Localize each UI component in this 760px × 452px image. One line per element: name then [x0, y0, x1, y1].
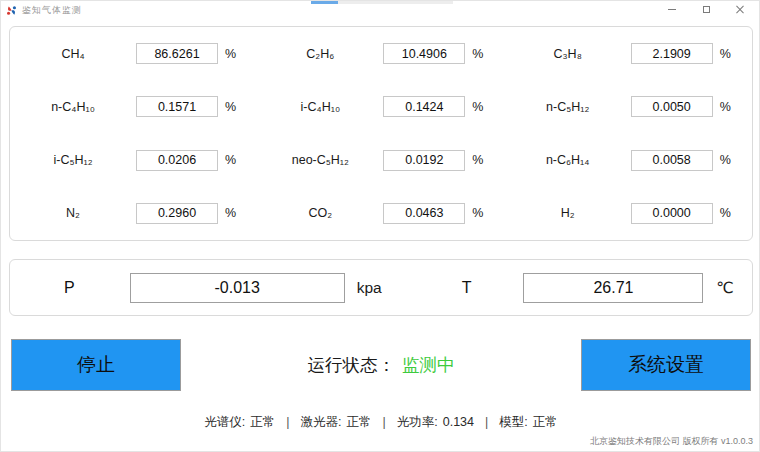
gas-reading-neo-c5h12: neo-C₅H₁₂ 0.0192 %: [257, 134, 504, 187]
gas-label: neo-C₅H₁₂: [257, 153, 383, 167]
gas-unit: %: [472, 47, 483, 61]
gas-unit: %: [225, 206, 236, 220]
gas-value-input[interactable]: 0.0050: [631, 96, 713, 117]
gas-reading-ch4: CH₄ 86.6261 %: [10, 27, 257, 80]
gas-value-input[interactable]: 0.0463: [383, 203, 465, 224]
status-separator: |: [382, 415, 385, 429]
status-label: 光功率:: [397, 415, 438, 429]
status-label: 激光器:: [301, 415, 342, 429]
gas-reading-n-c4h10: n-C₄H₁₀ 0.1571 %: [10, 80, 257, 133]
gas-label: n-C₅H₁₂: [505, 100, 631, 114]
gas-readings-panel: CH₄ 86.6261 % C₂H₆ 10.4906 % C₃H₈ 2.1909…: [9, 26, 753, 241]
pressure-temperature-panel: P -0.013 kpa T 26.71 ℃: [9, 259, 753, 316]
gas-value-input[interactable]: 0.0192: [383, 150, 465, 171]
status-label: 模型:: [499, 415, 527, 429]
window-controls: [655, 2, 757, 17]
status-laser: 激光器:正常: [301, 414, 372, 431]
maximize-icon: [703, 6, 710, 13]
gas-value-input[interactable]: 0.1424: [383, 96, 465, 117]
gas-value: 0.0206: [158, 153, 196, 167]
minimize-button[interactable]: [655, 2, 689, 17]
gas-label: CH₄: [10, 47, 136, 61]
gas-value: 0.0050: [653, 100, 691, 114]
window-title: 鉴知气体监测: [22, 4, 82, 17]
pressure-unit: kpa: [357, 279, 382, 297]
pressure-value: -0.013: [214, 279, 259, 297]
stop-button[interactable]: 停止: [11, 339, 181, 391]
gas-value: 86.6261: [154, 47, 199, 61]
temperature-label: T: [462, 279, 472, 297]
gas-value-input[interactable]: 10.4906: [383, 43, 465, 64]
gas-label: i-C₅H₁₂: [10, 153, 136, 167]
gas-value: 10.4906: [402, 47, 447, 61]
run-status: 运行状态： 监测中: [201, 339, 561, 391]
status-spectrometer: 光谱仪:正常: [204, 414, 275, 431]
gas-reading-h2: H₂ 0.0000 %: [505, 187, 752, 240]
gas-reading-c2h6: C₂H₆ 10.4906 %: [257, 27, 504, 80]
device-status-bar: 光谱仪:正常 | 激光器:正常 | 光功率:0.134 | 模型:正常: [1, 412, 760, 432]
status-model: 模型:正常: [499, 414, 557, 431]
gas-unit: %: [720, 153, 731, 167]
gas-label: C₂H₆: [257, 47, 383, 61]
status-separator: |: [286, 415, 289, 429]
gas-unit: %: [720, 47, 731, 61]
gas-value: 0.0463: [405, 206, 443, 220]
gas-reading-n-c5h12: n-C₅H₁₂ 0.0050 %: [505, 80, 752, 133]
system-settings-button[interactable]: 系统设置: [581, 339, 751, 391]
status-separator: |: [485, 415, 488, 429]
gas-unit: %: [225, 47, 236, 61]
close-button[interactable]: [723, 2, 757, 17]
gas-unit: %: [720, 100, 731, 114]
gas-label: n-C₄H₁₀: [10, 100, 136, 114]
status-value: 正常: [533, 415, 558, 429]
temperature-unit: ℃: [716, 279, 733, 297]
gas-value-input[interactable]: 0.2960: [136, 203, 218, 224]
gas-unit: %: [225, 100, 236, 114]
gas-reading-c3h8: C₃H₈ 2.1909 %: [505, 27, 752, 80]
app-logo-icon: [6, 5, 17, 16]
gas-value-input[interactable]: 0.0000: [631, 203, 713, 224]
gas-label: n-C₆H₁₄: [505, 153, 631, 167]
gas-unit: %: [720, 206, 731, 220]
gas-value: 0.0000: [653, 206, 691, 220]
status-label: 光谱仪:: [204, 415, 245, 429]
run-status-label: 运行状态：: [308, 353, 396, 377]
gas-value: 0.0192: [405, 153, 443, 167]
gas-unit: %: [472, 100, 483, 114]
gas-label: CO₂: [257, 206, 383, 220]
pressure-label: P: [64, 279, 75, 297]
temperature-value-input[interactable]: 26.71: [523, 273, 703, 303]
gas-value: 0.1571: [158, 100, 196, 114]
gas-value-input[interactable]: 2.1909: [631, 43, 713, 64]
status-optical-power: 光功率:0.134: [397, 414, 474, 431]
gas-unit: %: [472, 206, 483, 220]
gas-reading-i-c5h12: i-C₅H₁₂ 0.0206 %: [10, 134, 257, 187]
gas-value-input[interactable]: 0.0206: [136, 150, 218, 171]
close-icon: [736, 6, 744, 14]
pressure-value-input[interactable]: -0.013: [130, 273, 345, 303]
gas-unit: %: [472, 153, 483, 167]
gas-label: N₂: [10, 206, 136, 220]
temperature-value: 26.71: [593, 279, 633, 297]
copyright-text: 北京鉴知技术有限公司 版权所有 v1.0.0.3: [590, 435, 753, 448]
gas-value-input[interactable]: 86.6261: [136, 43, 218, 64]
status-value: 正常: [346, 415, 371, 429]
gas-reading-i-c4h10: i-C₄H₁₀ 0.1424 %: [257, 80, 504, 133]
gas-reading-n2: N₂ 0.2960 %: [10, 187, 257, 240]
scrollbar-thumb[interactable]: [311, 1, 338, 4]
gas-value-input[interactable]: 0.1571: [136, 96, 218, 117]
gas-value: 0.0058: [653, 153, 691, 167]
app-window: { "window": { "title": "鉴知气体监测" }, "gase…: [0, 0, 760, 452]
gas-value: 0.1424: [405, 100, 443, 114]
run-status-value: 监测中: [402, 353, 455, 377]
minimize-icon: [668, 9, 676, 10]
status-value: 正常: [250, 415, 275, 429]
status-value: 0.134: [443, 415, 474, 429]
gas-value: 2.1909: [653, 47, 691, 61]
gas-label: C₃H₈: [505, 47, 631, 61]
gas-value-input[interactable]: 0.0058: [631, 150, 713, 171]
gas-label: H₂: [505, 206, 631, 220]
maximize-button[interactable]: [689, 2, 723, 17]
top-scrollbar[interactable]: [311, 1, 453, 4]
gas-unit: %: [225, 153, 236, 167]
